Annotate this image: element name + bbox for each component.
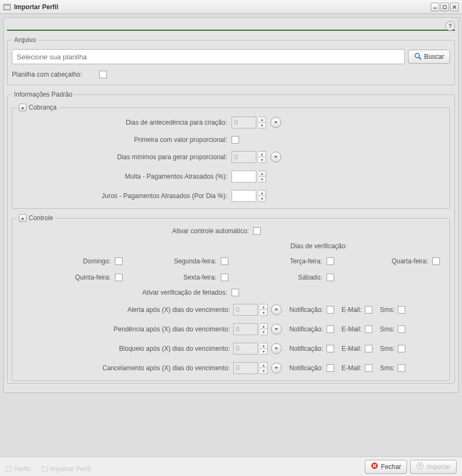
spin-down-icon[interactable]: ▼ — [260, 310, 267, 315]
day-quinta-checkbox[interactable] — [115, 274, 123, 281]
pendencia-sms-checkbox[interactable] — [398, 325, 405, 333]
cancelamento-sms-checkbox[interactable] — [398, 364, 405, 372]
juros-input[interactable] — [232, 190, 256, 202]
spin-up-icon[interactable]: ▲ — [259, 191, 266, 196]
email-label: E-Mail: — [342, 306, 362, 314]
primeira-proporcional-label: Primeira com valor proporcional: — [17, 136, 227, 144]
bloqueio-input[interactable] — [233, 343, 258, 355]
day-domingo-checkbox[interactable] — [115, 257, 123, 265]
cancelamento-input[interactable] — [233, 362, 258, 374]
minimize-button[interactable] — [431, 3, 439, 11]
arquivo-group: Arquivo Buscar Planilha com cabeçalho: — [7, 36, 455, 85]
tab-importar: Importar Perfil — [42, 465, 91, 473]
controle-group: ▲ Controle Ativar controle automático: D… — [12, 214, 450, 381]
day-label: Sábado: — [298, 274, 322, 281]
day-label: Segunda-feira: — [174, 257, 216, 265]
spin-down-icon[interactable]: ▼ — [259, 123, 266, 128]
buscar-button[interactable]: Buscar — [408, 50, 450, 64]
spin-up-icon[interactable]: ▲ — [260, 324, 267, 329]
arquivo-legend: Arquivo — [12, 36, 38, 44]
notificacao-label: Notificação: — [289, 325, 323, 333]
day-label: Domingo: — [83, 257, 111, 265]
dropdown-icon[interactable] — [271, 343, 282, 354]
pendencia-email-checkbox[interactable] — [365, 325, 372, 333]
ativar-auto-checkbox[interactable] — [253, 227, 261, 235]
svg-rect-9 — [42, 467, 47, 471]
fechar-button[interactable]: Fechar — [365, 460, 407, 474]
day-sabado-checkbox[interactable] — [327, 274, 334, 281]
spin-down-icon[interactable]: ▼ — [260, 329, 267, 335]
importar-label: Importar — [426, 463, 451, 471]
dropdown-icon[interactable] — [271, 304, 282, 315]
cancelamento-email-checkbox[interactable] — [365, 364, 372, 372]
spin-down-icon[interactable]: ▼ — [259, 157, 266, 162]
titlebar: Importar Perfil — [0, 0, 462, 14]
pendencia-label: Pendência após (X) dias do vencimento: — [17, 325, 230, 333]
bloqueio-email-checkbox[interactable] — [365, 345, 372, 352]
bloqueio-notificacao-checkbox[interactable] — [327, 345, 334, 352]
spin-down-icon[interactable]: ▼ — [260, 349, 267, 354]
planilha-checkbox[interactable] — [99, 71, 107, 78]
svg-line-7 — [419, 57, 421, 59]
help-icon[interactable]: ? — [445, 21, 455, 31]
ativar-feriados-checkbox[interactable] — [232, 289, 239, 296]
file-input[interactable] — [12, 49, 405, 64]
pendencia-input[interactable] — [233, 323, 258, 335]
spin-up-icon[interactable]: ▲ — [259, 117, 266, 123]
alerta-email-checkbox[interactable] — [365, 306, 372, 314]
spin-up-icon[interactable]: ▲ — [259, 152, 266, 157]
dropdown-icon[interactable] — [271, 324, 282, 335]
spin-down-icon[interactable]: ▼ — [259, 196, 266, 201]
ativar-feriados-label: Ativar verificação de feriados: — [17, 289, 227, 296]
pendencia-notificacao-checkbox[interactable] — [327, 325, 334, 333]
spin-up-icon[interactable]: ▲ — [260, 343, 267, 349]
cobranca-legend: Cobrança — [29, 104, 57, 111]
window-icon — [3, 3, 11, 11]
email-label: E-Mail: — [342, 364, 362, 372]
primeira-proporcional-checkbox[interactable] — [232, 136, 239, 144]
importar-button[interactable]: Importar — [410, 460, 457, 474]
dias-verificacao-label: Dias de verificação: — [115, 242, 347, 250]
dropdown-icon[interactable] — [270, 152, 281, 162]
juros-label: Juros - Pagamentos Atrasados (Por Dia %)… — [17, 192, 227, 200]
svg-rect-3 — [443, 5, 446, 9]
dropdown-icon[interactable] — [271, 363, 282, 373]
spin-up-icon[interactable]: ▲ — [260, 304, 267, 310]
spin-up-icon[interactable]: ▲ — [260, 363, 267, 368]
alerta-notificacao-checkbox[interactable] — [327, 306, 334, 314]
bloqueio-sms-checkbox[interactable] — [398, 345, 405, 352]
day-quarta-checkbox[interactable] — [432, 257, 440, 265]
cancelamento-label: Cancelamento após (X) dias do vencimento… — [17, 364, 230, 372]
dias-minimos-input[interactable] — [232, 151, 256, 163]
alerta-sms-checkbox[interactable] — [398, 306, 405, 314]
multa-input[interactable] — [232, 171, 256, 182]
buscar-label: Buscar — [424, 53, 444, 60]
svg-rect-8 — [6, 467, 11, 471]
close-button[interactable] — [450, 3, 459, 11]
sms-label: Sms: — [380, 345, 395, 352]
sms-label: Sms: — [380, 364, 395, 372]
bloqueio-label: Bloqueio após (X) dias do vencimento: — [17, 345, 230, 352]
alerta-input[interactable] — [233, 304, 258, 316]
controle-collapse-button[interactable]: ▲ — [19, 214, 26, 222]
dias-antecedencia-input[interactable] — [232, 117, 256, 128]
spin-down-icon[interactable]: ▼ — [259, 176, 266, 182]
divider — [7, 30, 455, 31]
search-icon — [414, 52, 422, 62]
cobranca-collapse-button[interactable]: ▲ — [19, 104, 26, 111]
planilha-label: Planilha com cabeçalho: — [12, 71, 82, 78]
maximize-button[interactable] — [440, 3, 449, 11]
day-label: Quarta-feira: — [392, 257, 428, 265]
cobranca-group: ▲ Cobrança Dias de antecedência para cri… — [12, 104, 450, 209]
email-label: E-Mail: — [342, 345, 362, 352]
dropdown-icon[interactable] — [270, 117, 281, 128]
day-sexta-checkbox[interactable] — [221, 274, 228, 281]
notificacao-label: Notificação: — [289, 306, 323, 314]
day-segunda-checkbox[interactable] — [221, 257, 228, 265]
info-group: Informações Padrão ▲ Cobrança Dias de an… — [7, 91, 455, 384]
day-terca-checkbox[interactable] — [327, 257, 334, 265]
cancelamento-notificacao-checkbox[interactable] — [327, 364, 334, 372]
spin-up-icon[interactable]: ▲ — [259, 171, 266, 176]
svg-point-6 — [415, 53, 419, 58]
spin-down-icon[interactable]: ▼ — [260, 368, 267, 373]
